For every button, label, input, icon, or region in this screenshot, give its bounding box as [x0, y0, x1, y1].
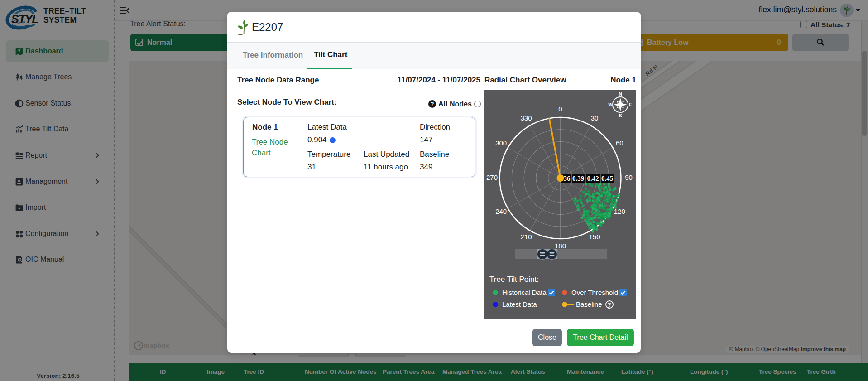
- svg-text:0.45: 0.45: [601, 175, 613, 182]
- svg-text:180: 180: [555, 242, 566, 250]
- svg-text:150: 150: [589, 233, 600, 241]
- svg-text:330: 330: [520, 114, 532, 122]
- svg-text:120: 120: [614, 207, 625, 215]
- svg-text:Baseline: Baseline: [576, 300, 602, 308]
- svg-text:Tree Tilt Point:: Tree Tilt Point:: [489, 275, 539, 284]
- svg-text:0.39: 0.39: [572, 175, 584, 182]
- svg-text:240: 240: [495, 207, 507, 215]
- svg-text:W: W: [608, 102, 613, 107]
- svg-text:E: E: [629, 102, 632, 107]
- svg-text:S: S: [619, 113, 622, 118]
- svg-text:0.42: 0.42: [587, 175, 599, 182]
- svg-text:?: ?: [608, 302, 611, 308]
- svg-text:Over Threshold: Over Threshold: [571, 289, 618, 296]
- svg-text:30: 30: [591, 114, 599, 122]
- svg-text:270: 270: [486, 174, 498, 181]
- svg-text:0: 0: [558, 105, 562, 113]
- svg-text:36: 36: [564, 175, 571, 182]
- svg-text:90: 90: [625, 174, 633, 181]
- svg-text:N: N: [619, 92, 622, 96]
- svg-text:300: 300: [495, 139, 507, 147]
- svg-text:210: 210: [520, 233, 532, 241]
- svg-text:Latest Data: Latest Data: [502, 300, 537, 308]
- svg-text:60: 60: [616, 139, 623, 147]
- svg-text:Historical Data: Historical Data: [502, 289, 547, 296]
